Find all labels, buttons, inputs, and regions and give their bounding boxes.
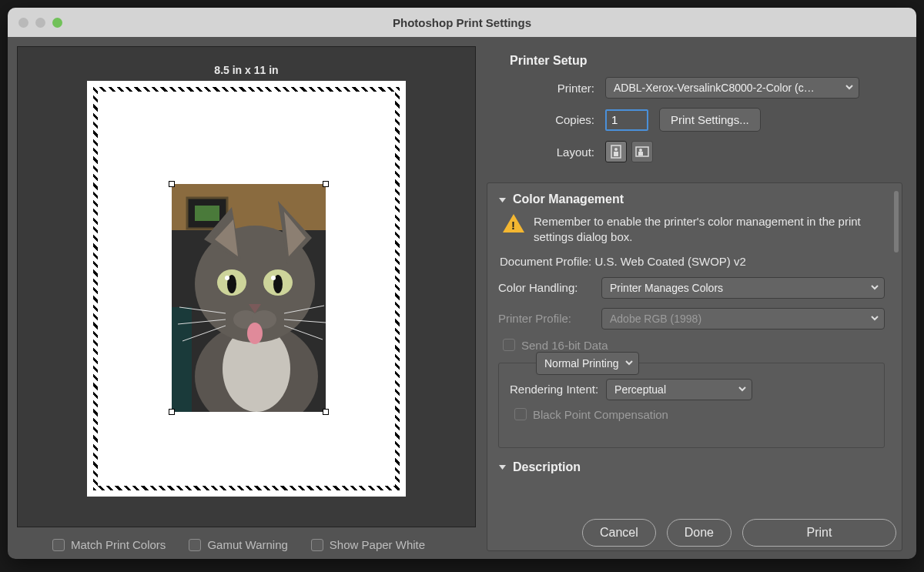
rendering-intent-value: Perceptual <box>614 383 666 396</box>
page-dimensions-label: 8.5 in x 11 in <box>214 64 278 76</box>
color-handling-value: Printer Manages Colors <box>610 282 723 294</box>
traffic-lights <box>18 18 62 28</box>
send-16bit-label: Send 16-bit Data <box>521 339 608 352</box>
layout-landscape-button[interactable] <box>631 141 653 162</box>
print-button[interactable]: Print <box>742 519 896 547</box>
print-settings-button-label: Print Settings... <box>671 113 749 126</box>
chevron-down-icon <box>624 357 634 370</box>
color-management-heading: Color Management <box>513 192 624 206</box>
black-point-compensation-label: Black Point Compensation <box>533 408 668 421</box>
document-profile-label: Document Profile: <box>500 255 591 268</box>
svg-point-21 <box>247 323 263 344</box>
printer-label: Printer: <box>510 82 605 95</box>
description-heading: Description <box>513 460 581 474</box>
color-handling-label: Color Handling: <box>498 281 594 294</box>
match-print-colors-checkbox[interactable]: Match Print Colors <box>52 538 166 551</box>
done-button[interactable]: Done <box>667 519 732 547</box>
dialog-footer-buttons: Cancel Done Print <box>582 519 896 547</box>
rendering-intent-label: Rendering Intent: <box>510 383 598 396</box>
printer-profile-value: Adobe RGB (1998) <box>610 313 701 325</box>
color-management-warning: Remember to enable the printer's color m… <box>534 214 885 246</box>
color-handling-dropdown[interactable]: Printer Manages Colors <box>601 277 885 299</box>
printer-dropdown-value: ADBL-Xerox-VersalinkC8000-2-Color (c… <box>614 82 815 94</box>
chevron-down-icon <box>870 313 879 325</box>
resize-handle-br[interactable] <box>323 409 329 415</box>
chevron-down-icon <box>870 282 879 294</box>
print-button-label: Print <box>807 526 832 539</box>
printer-setup-heading: Printer Setup <box>510 54 907 68</box>
print-settings-button[interactable]: Print Settings... <box>659 108 761 132</box>
cancel-button-label: Cancel <box>600 526 638 539</box>
layout-label: Layout: <box>510 146 605 159</box>
print-settings-window: Photoshop Print Settings 8.5 in x 11 in <box>8 8 916 559</box>
chevron-down-icon <box>845 82 854 94</box>
svg-point-32 <box>639 149 642 152</box>
portrait-icon <box>610 145 622 159</box>
page-preview[interactable] <box>87 81 406 497</box>
settings-pane: Printer Setup Printer: ADBL-Xerox-Versal… <box>487 46 907 551</box>
warning-icon: ! <box>503 214 524 232</box>
document-profile-line: Document Profile: U.S. Web Coated (SWOP)… <box>500 255 885 268</box>
chevron-down-icon <box>498 463 507 471</box>
panel-scrollbar[interactable] <box>894 191 899 543</box>
preview-pane: 8.5 in x 11 in <box>17 46 476 551</box>
cancel-button[interactable]: Cancel <box>582 519 656 547</box>
layout-portrait-button[interactable] <box>605 141 627 162</box>
printing-mode-dropdown[interactable]: Normal Printing <box>536 352 639 375</box>
svg-rect-33 <box>638 152 643 156</box>
description-header[interactable]: Description <box>498 460 885 474</box>
svg-point-17 <box>271 276 276 280</box>
window-title: Photoshop Print Settings <box>8 16 916 29</box>
close-window-button[interactable] <box>18 18 28 28</box>
printer-profile-dropdown: Adobe RGB (1998) <box>601 308 885 329</box>
copies-label: Copies: <box>510 113 605 126</box>
resize-handle-tr[interactable] <box>323 181 329 187</box>
svg-rect-30 <box>614 152 618 156</box>
svg-point-29 <box>614 148 618 151</box>
titlebar: Photoshop Print Settings <box>8 8 916 37</box>
gamut-warning-label: Gamut Warning <box>207 538 287 551</box>
printer-profile-label: Printer Profile: <box>498 312 594 325</box>
rendering-intent-dropdown[interactable]: Perceptual <box>606 379 752 400</box>
match-print-colors-label: Match Print Colors <box>71 538 166 551</box>
image-preview[interactable] <box>172 184 326 412</box>
resize-handle-tl[interactable] <box>169 181 175 187</box>
preview-options-row: Match Print Colors Gamut Warning Show Pa… <box>17 527 476 551</box>
done-button-label: Done <box>685 526 714 539</box>
cat-image-icon <box>172 184 326 412</box>
landscape-icon <box>635 146 649 158</box>
printer-dropdown[interactable]: ADBL-Xerox-VersalinkC8000-2-Color (c… <box>605 77 859 99</box>
show-paper-white-checkbox[interactable]: Show Paper White <box>311 538 425 551</box>
document-profile-value: U.S. Web Coated (SWOP) v2 <box>594 255 745 268</box>
show-paper-white-label: Show Paper White <box>330 538 425 551</box>
preview-frame: 8.5 in x 11 in <box>17 46 476 527</box>
svg-marker-35 <box>499 465 506 470</box>
minimize-window-button[interactable] <box>35 18 45 28</box>
gamut-warning-checkbox[interactable]: Gamut Warning <box>189 538 287 551</box>
printer-setup-section: Printer Setup Printer: ADBL-Xerox-Versal… <box>487 46 907 182</box>
printing-mode-value: Normal Printing <box>544 357 618 370</box>
chevron-down-icon <box>498 196 507 204</box>
rendering-fieldset: Normal Printing Rendering Intent: Percep… <box>498 363 885 448</box>
copies-input[interactable] <box>605 109 648 131</box>
color-management-header[interactable]: Color Management <box>498 192 885 206</box>
zoom-window-button[interactable] <box>52 18 62 28</box>
svg-rect-3 <box>195 206 219 221</box>
resize-handle-bl[interactable] <box>169 409 175 415</box>
chevron-down-icon <box>738 383 747 396</box>
svg-point-16 <box>225 276 229 280</box>
options-panel: Color Management ! Remember to enable th… <box>487 182 902 551</box>
svg-marker-34 <box>499 198 506 202</box>
send-16bit-checkbox: Send 16-bit Data <box>503 339 885 352</box>
black-point-compensation-checkbox: Black Point Compensation <box>514 408 873 421</box>
scrollbar-thumb[interactable] <box>894 191 899 253</box>
